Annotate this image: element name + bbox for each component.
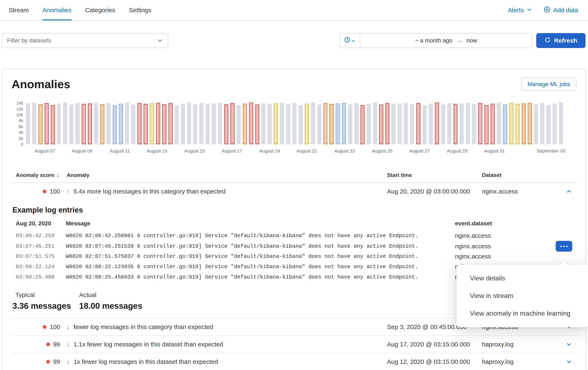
- refresh-label: Refresh: [554, 37, 577, 44]
- histogram-bar: [198, 102, 204, 144]
- log-entry-row[interactable]: 03:07:51.575W0820 02:07:51.575037 6 cont…: [12, 251, 576, 261]
- popover-item-view-details[interactable]: View details: [457, 270, 588, 287]
- histogram-bar: [174, 102, 180, 144]
- y-axis-tick-label: 6k: [19, 124, 23, 129]
- histogram-bar: [217, 102, 223, 144]
- anomaly-description-cell: ↑5.4x more log messages in this category…: [67, 188, 387, 195]
- collapse-row-icon[interactable]: [561, 189, 576, 194]
- log-date-column-header: Aug 20, 2020: [12, 220, 66, 227]
- log-row-menu-button[interactable]: [556, 241, 572, 252]
- histogram-bar: [440, 102, 446, 144]
- histogram-bar: [415, 102, 421, 144]
- histogram-bar: [204, 102, 211, 144]
- anomalies-table-header: Anomaly score ↓ Anomaly Start time Datas…: [12, 169, 576, 183]
- expand-row-icon[interactable]: [561, 359, 576, 365]
- date-range-display[interactable]: ~ a month ago → now: [360, 33, 533, 48]
- histogram-bar: [155, 102, 161, 144]
- manage-ml-jobs-button[interactable]: Manage ML jobs: [521, 78, 576, 91]
- chart-x-axis: August 07August 09August 11August 13Augu…: [25, 148, 564, 155]
- histogram-bar: [161, 102, 168, 144]
- log-message-column-header: Message: [66, 220, 455, 227]
- dataset-filter-select[interactable]: [2, 33, 168, 48]
- log-dataset-column-header: event.dataset: [455, 220, 552, 227]
- histogram-bar: [471, 102, 477, 144]
- log-entry-row[interactable]: 03:07:45.251W0820 02:07:45.251539 6 cont…: [12, 241, 576, 251]
- tab-settings[interactable]: Settings: [129, 0, 151, 20]
- tab-categories[interactable]: Categories: [85, 0, 115, 20]
- popover-item-view-in-stream[interactable]: View in stream: [457, 287, 588, 305]
- log-message: W0820 02:07:51.575037 6 controller.go:91…: [66, 253, 455, 260]
- x-axis-tick-label: August 09: [72, 148, 92, 154]
- dataset-name: haproxy.log: [482, 358, 561, 365]
- tab-anomalies[interactable]: Anomalies: [42, 0, 72, 20]
- y-axis-tick-label: 12k: [16, 107, 23, 111]
- anomaly-description: 1x fewer log messages in this dataset th…: [74, 358, 218, 365]
- dataset-name: nginx.access: [482, 188, 561, 195]
- tab-stream[interactable]: Stream: [9, 0, 29, 20]
- chevron-down-icon: [527, 7, 532, 14]
- histogram-bar: [397, 102, 403, 144]
- add-data-button[interactable]: Add data: [544, 6, 578, 14]
- x-axis-tick-label: August 07: [35, 148, 55, 154]
- histogram-bar: [105, 102, 112, 144]
- direction-down-icon: ↓: [67, 341, 70, 348]
- x-axis-tick-label: August 13: [147, 148, 167, 154]
- histogram-bar: [136, 102, 143, 144]
- anomaly-description: 1.1x fewer log messages in this dataset …: [74, 341, 223, 348]
- popover-item-view-anomaly-in-machine-learning[interactable]: View anomaly in machine learning: [457, 305, 588, 322]
- histogram-bar: [521, 102, 527, 144]
- anomaly-score-cell: 99: [12, 341, 67, 348]
- x-axis-tick-label: August 23: [334, 148, 355, 154]
- y-axis-tick-label: 10k: [16, 112, 23, 117]
- chart-y-axis: 02k4k6k8k10k12k14k: [12, 102, 23, 144]
- typical-label: Typical: [12, 291, 79, 298]
- y-axis-tick-label: 2k: [19, 136, 23, 141]
- histogram-bar: [279, 102, 285, 144]
- tab-label: Stream: [9, 7, 29, 14]
- x-axis-tick-label: August 17: [222, 148, 242, 154]
- anomaly-table-row[interactable]: 100↑5.4x more log messages in this categ…: [12, 183, 576, 200]
- alerts-menu-button[interactable]: Alerts: [508, 7, 532, 14]
- histogram-bar: [43, 102, 50, 144]
- histogram-bar: [514, 102, 521, 144]
- anomaly-table-row[interactable]: 99↓1.1x fewer log messages in this datas…: [12, 335, 576, 353]
- histogram-bar: [37, 102, 43, 144]
- histogram-bar: [384, 102, 390, 144]
- popover-panel: View detailsView in streamView anomaly i…: [457, 265, 588, 327]
- histogram-bar: [273, 102, 279, 144]
- x-axis-tick-label: August 15: [184, 148, 205, 154]
- refresh-button[interactable]: Refresh: [536, 33, 586, 48]
- expand-row-icon[interactable]: [561, 341, 576, 347]
- date-range-picker: ~ a month ago → now Refresh: [339, 33, 586, 48]
- log-event-dataset: nginx.access: [455, 243, 552, 250]
- histogram-bar: [322, 102, 329, 144]
- actual-stat: Actual 18.00 messages: [79, 291, 142, 310]
- column-header-anomaly-score[interactable]: Anomaly score ↓: [12, 172, 67, 178]
- quick-select-date-button[interactable]: [339, 33, 360, 48]
- histogram-bar: [25, 102, 31, 144]
- dataset-filter-input[interactable]: [7, 37, 157, 44]
- histogram-bar: [192, 102, 198, 144]
- filter-bar: ~ a month ago → now Refresh: [2, 33, 586, 48]
- histogram-bar: [483, 102, 490, 144]
- y-axis-tick-label: 8k: [19, 118, 23, 123]
- anomaly-table-row[interactable]: 99↓1x fewer log messages in this dataset…: [12, 353, 576, 370]
- anomaly-score-cell: 99: [12, 358, 67, 365]
- histogram-bar: [186, 102, 192, 144]
- histogram-bar: [68, 102, 74, 144]
- anomaly-score: 99: [53, 341, 60, 348]
- date-range-end[interactable]: now: [466, 37, 477, 44]
- top-navigation-bar: StreamAnomaliesCategoriesSettings Alerts…: [0, 0, 588, 21]
- histogram-bar: [502, 102, 508, 144]
- log-rate-histogram-chart: 02k4k6k8k10k12k14k August 07August 09Aug…: [12, 102, 576, 157]
- date-range-start[interactable]: ~ a month ago: [415, 37, 452, 44]
- histogram-bar: [459, 102, 465, 144]
- log-entry-row[interactable]: 03:06:42.259W0820 02:06:42.258961 6 cont…: [12, 230, 576, 241]
- start-time: Aug 17, 2020 @ 03:15:00.000: [387, 341, 482, 348]
- typical-stat: Typical 3.36 messages: [12, 291, 79, 310]
- y-axis-tick-label: 14k: [16, 100, 23, 106]
- x-axis-tick-label: August 25: [372, 148, 393, 154]
- histogram-bar: [421, 102, 428, 144]
- column-header-dataset: Dataset: [482, 172, 561, 178]
- histogram-bar: [539, 102, 545, 144]
